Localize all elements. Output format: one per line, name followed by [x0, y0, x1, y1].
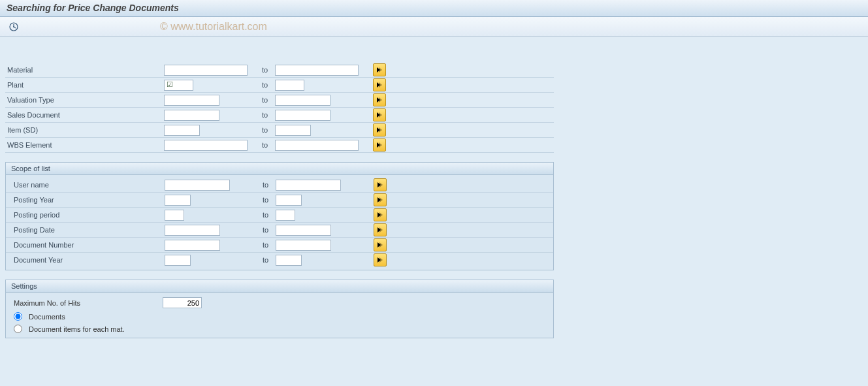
wbs-label: WBS Element	[5, 138, 162, 153]
to-label: to	[261, 208, 274, 223]
svg-point-1	[13, 26, 14, 27]
toolbar: © www.tutorialkart.com	[0, 17, 868, 37]
to-label: to	[261, 223, 274, 238]
period-label: Posting period	[6, 208, 163, 223]
arrow-right-icon	[376, 142, 383, 148]
year-label: Posting Year	[6, 193, 163, 208]
salesdoc-label: Sales Document	[5, 108, 162, 123]
valtype-multi-button[interactable]	[373, 93, 386, 106]
docyear-label: Document Year	[6, 253, 163, 268]
clock-execute-icon	[8, 22, 19, 32]
maxhits-label: Maximum No. of Hits	[14, 299, 163, 307]
doc-items-radio[interactable]	[14, 325, 22, 333]
user-high-input[interactable]	[276, 180, 341, 191]
content-area: Material to Plant ☑ to Valuation Type to…	[0, 37, 868, 344]
to-label: to	[260, 123, 273, 138]
arrow-right-icon	[376, 112, 383, 118]
arrow-right-icon	[376, 127, 383, 133]
item-high-input[interactable]	[275, 125, 311, 136]
material-label: Material	[5, 63, 162, 78]
year-low-input[interactable]	[165, 195, 191, 206]
date-high-input[interactable]	[276, 225, 331, 236]
docyear-multi-button[interactable]	[374, 253, 387, 266]
wbs-low-input[interactable]	[164, 140, 248, 151]
salesdoc-low-input[interactable]	[164, 110, 219, 121]
user-low-input[interactable]	[165, 180, 230, 191]
to-label: to	[261, 193, 274, 208]
valtype-high-input[interactable]	[275, 95, 330, 106]
arrow-right-icon	[376, 97, 383, 103]
scope-groupbox: Scope of list User name to Posting Year …	[5, 162, 554, 270]
date-low-input[interactable]	[165, 225, 220, 236]
valtype-low-input[interactable]	[164, 95, 219, 106]
period-low-input[interactable]	[165, 210, 184, 221]
material-high-input[interactable]	[275, 65, 359, 76]
docnum-low-input[interactable]	[165, 240, 220, 251]
docyear-low-input[interactable]	[165, 255, 191, 266]
salesdoc-high-input[interactable]	[275, 110, 330, 121]
arrow-right-icon	[377, 242, 383, 248]
arrow-right-icon	[377, 182, 383, 188]
arrow-right-icon	[376, 82, 383, 88]
valtype-label: Valuation Type	[5, 93, 162, 108]
arrow-right-icon	[377, 227, 383, 233]
to-label: to	[260, 138, 273, 153]
plant-low-input[interactable]	[164, 80, 193, 91]
user-multi-button[interactable]	[374, 178, 387, 191]
date-multi-button[interactable]	[374, 223, 387, 236]
item-multi-button[interactable]	[373, 123, 386, 137]
selection-block: Material to Plant ☑ to Valuation Type to…	[5, 63, 554, 153]
material-multi-button[interactable]	[373, 63, 386, 76]
arrow-right-icon	[376, 67, 383, 73]
to-label: to	[261, 178, 274, 193]
docyear-high-input[interactable]	[276, 255, 302, 266]
item-label: Item (SD)	[5, 123, 162, 138]
salesdoc-multi-button[interactable]	[373, 108, 386, 121]
maxhits-input[interactable]	[163, 297, 202, 308]
to-label: to	[260, 63, 273, 78]
documents-radio[interactable]	[14, 312, 22, 321]
item-low-input[interactable]	[164, 125, 200, 136]
plant-label: Plant	[5, 78, 162, 93]
wbs-high-input[interactable]	[275, 140, 359, 151]
docnum-multi-button[interactable]	[374, 238, 387, 251]
period-multi-button[interactable]	[374, 208, 387, 221]
wbs-multi-button[interactable]	[373, 138, 386, 152]
year-multi-button[interactable]	[374, 193, 387, 206]
user-label: User name	[6, 178, 163, 193]
plant-multi-button[interactable]	[373, 78, 386, 91]
doc-items-radio-label: Document items for each mat.	[29, 325, 125, 333]
execute-button[interactable]	[7, 20, 21, 33]
arrow-right-icon	[377, 257, 383, 263]
to-label: to	[260, 93, 273, 108]
docnum-high-input[interactable]	[276, 240, 331, 251]
date-label: Posting Date	[6, 223, 163, 238]
plant-high-input[interactable]	[275, 80, 304, 91]
arrow-right-icon	[377, 197, 383, 203]
to-label: to	[260, 108, 273, 123]
documents-radio-label: Documents	[29, 313, 65, 321]
to-label: to	[261, 253, 274, 268]
page-title: Searching for Price Change Documents	[0, 0, 868, 17]
to-label: to	[260, 78, 273, 93]
year-high-input[interactable]	[276, 195, 302, 206]
watermark: © www.tutorialkart.com	[160, 21, 267, 33]
arrow-right-icon	[377, 212, 383, 218]
material-low-input[interactable]	[164, 65, 248, 76]
settings-title: Settings	[6, 280, 553, 293]
to-label: to	[261, 238, 274, 253]
period-high-input[interactable]	[276, 210, 295, 221]
settings-groupbox: Settings Maximum No. of Hits Documents D…	[5, 280, 554, 338]
docnum-label: Document Number	[6, 238, 163, 253]
scope-title: Scope of list	[6, 163, 553, 175]
